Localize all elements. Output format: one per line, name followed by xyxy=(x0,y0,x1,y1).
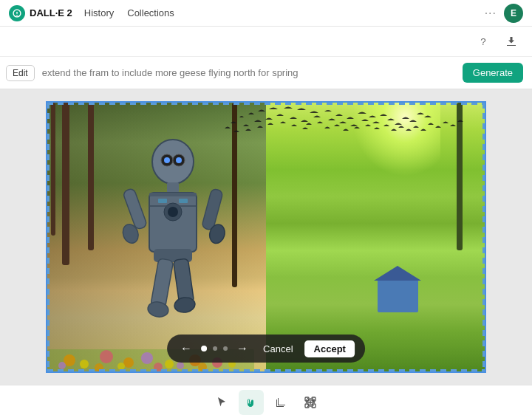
transform-tool-button[interactable] xyxy=(298,390,323,415)
bottom-toolbar xyxy=(0,385,532,415)
svg-rect-5 xyxy=(167,182,179,193)
cancel-button[interactable]: Cancel xyxy=(257,342,299,356)
select-tool-button[interactable] xyxy=(209,390,234,415)
svg-rect-6 xyxy=(149,193,197,252)
top-navigation: DALL·E 2 History Collections ··· E xyxy=(0,0,532,27)
logo-icon xyxy=(9,5,25,21)
house-roof xyxy=(374,266,421,281)
download-icon xyxy=(505,35,517,47)
tree-trunk-2 xyxy=(88,103,94,250)
crop-icon xyxy=(275,397,287,408)
more-options-button[interactable]: ··· xyxy=(485,7,497,20)
svg-point-8 xyxy=(168,207,178,217)
selection-border-bottom xyxy=(47,369,485,371)
nav-dot-1[interactable] xyxy=(201,346,207,351)
generate-button[interactable]: Generate xyxy=(463,63,523,83)
accept-button[interactable]: Accept xyxy=(305,340,355,357)
brush-tool-button[interactable] xyxy=(239,390,264,415)
nav-links: History Collections xyxy=(84,7,174,18)
user-avatar[interactable]: E xyxy=(504,4,523,23)
selection-border-top xyxy=(47,103,485,105)
canvas-area: ← → Cancel Accept xyxy=(0,89,532,385)
svg-rect-20 xyxy=(149,193,197,196)
grab-icon xyxy=(245,396,258,409)
svg-rect-11 xyxy=(123,188,148,230)
download-button[interactable] xyxy=(501,31,522,52)
svg-rect-9 xyxy=(158,199,167,203)
tree-trunk-1 xyxy=(62,103,69,265)
nav-dot-3[interactable] xyxy=(223,346,228,351)
edit-badge[interactable]: Edit xyxy=(6,65,35,81)
nav-right: ··· E xyxy=(485,4,523,23)
history-link[interactable]: History xyxy=(84,7,114,18)
prev-image-button[interactable]: ← xyxy=(177,340,195,357)
transform-icon xyxy=(304,397,316,408)
tree-trunk-3 xyxy=(51,103,55,236)
next-image-button[interactable]: → xyxy=(233,340,251,357)
help-button[interactable]: ? xyxy=(473,31,494,52)
svg-rect-10 xyxy=(179,199,188,203)
help-icon: ? xyxy=(480,36,485,47)
image-navigation-bar: ← → Cancel Accept xyxy=(167,335,365,363)
birds-layer xyxy=(106,103,476,162)
selection-border-left xyxy=(47,103,50,371)
crop-tool-button[interactable] xyxy=(268,390,293,415)
prompt-bar: Edit Generate xyxy=(0,57,532,89)
select-icon xyxy=(216,397,228,408)
collections-link[interactable]: Collections xyxy=(127,7,174,18)
app-name: DALL·E 2 xyxy=(30,7,72,18)
nav-dot-2[interactable] xyxy=(213,346,217,351)
toolbar-row: ? xyxy=(0,27,532,57)
selection-border-right xyxy=(482,103,485,371)
canvas-image[interactable]: ← → Cancel Accept xyxy=(46,101,486,373)
prompt-input[interactable] xyxy=(42,67,463,78)
app-logo[interactable]: DALL·E 2 xyxy=(9,5,72,21)
house-shape xyxy=(378,279,418,312)
